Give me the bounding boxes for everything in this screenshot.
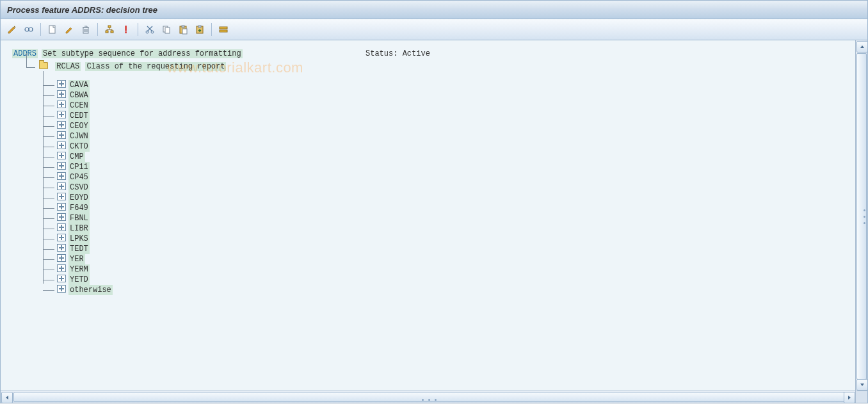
tree-node[interactable]: FBNL [43,213,846,223]
scroll-down-button[interactable] [856,379,868,391]
tree-node-label: CAVA [68,80,90,90]
tree-node-label: CCEN [68,101,90,111]
expand-node-icon[interactable] [57,285,66,293]
tree-node[interactable]: CKTO [43,141,846,152]
expand-node-icon[interactable] [57,121,66,129]
tree-node-label: CEDT [68,111,90,121]
feature-status: Status: Active [366,49,430,58]
hierarchy-button[interactable] [102,22,117,37]
tree-node[interactable]: CSVD [43,182,846,193]
display-button[interactable] [21,22,36,37]
horizontal-scrollbar[interactable] [1,391,856,403]
expand-node-icon[interactable] [57,254,66,262]
svg-rect-7 [125,26,127,31]
expand-node-icon[interactable] [57,162,66,170]
svg-rect-18 [220,27,227,29]
expand-node-icon[interactable] [57,101,66,108]
expand-node-icon[interactable] [57,141,66,149]
tree-node-label: CBWA [68,90,90,101]
tree-node[interactable]: CJWN [43,131,846,141]
drag-handle-icon [864,207,866,226]
svg-rect-19 [220,30,227,32]
window-title: Process feature ADDRS: decision tree [7,5,157,15]
folder-open-icon [39,62,48,69]
tree-node-rclas[interactable]: RCLAS Class of the requesting report [26,62,846,71]
tree-node[interactable]: CEDT [43,111,846,121]
decision-tree: RCLAS Class of the requesting report CAV… [12,62,846,295]
tree-node-label: otherwise [68,285,113,295]
tree-node[interactable]: YER [43,254,846,264]
expand-node-icon[interactable] [57,203,66,211]
expand-node-icon[interactable] [57,213,66,221]
tree-node[interactable]: CAVA [43,80,846,90]
tree-node[interactable]: CCEN [43,101,846,111]
svg-rect-17 [198,26,201,28]
expand-node-icon[interactable] [57,90,66,98]
tree-node[interactable]: YERM [43,264,846,275]
expand-node-icon[interactable] [57,234,66,241]
vertical-scroll-track[interactable] [856,53,867,378]
main-content-area: www.tutorialkart.com ADDRS Set subtype s… [0,40,868,403]
expand-node-icon[interactable] [57,275,66,282]
expand-node-icon[interactable] [57,193,66,200]
expand-node-icon[interactable] [57,223,66,231]
tree-node-label: CSVD [68,182,90,193]
tree-node[interactable]: YETD [43,275,846,285]
tree-node-label: F649 [68,203,90,213]
delete-button[interactable] [78,22,93,37]
create-button[interactable] [45,22,60,37]
expand-node-icon[interactable] [57,111,66,118]
horizontal-scroll-thumb[interactable] [13,392,844,402]
vertical-scrollbar[interactable] [855,40,867,391]
tree-node[interactable]: CP45 [43,172,846,182]
expand-node-icon[interactable] [57,182,66,190]
expand-node-icon[interactable] [57,264,66,272]
tree-node[interactable]: F649 [43,203,846,213]
drag-handle-icon [419,399,438,401]
tree-node-label: EOYD [68,193,90,203]
tree-node[interactable]: LIBR [43,223,846,234]
rclas-description: Class of the requesting report [85,62,226,71]
feature-header-row: ADDRS Set subtype sequence for address f… [12,49,846,58]
window-title-bar: Process feature ADDRS: decision tree [0,0,868,19]
tree-node[interactable]: otherwise [43,285,846,295]
change-button[interactable] [61,22,77,37]
tree-node[interactable]: CEOY [43,121,846,131]
expand-node-icon[interactable] [57,131,66,139]
tree-node-label: CMP [68,152,85,162]
tree-node-label: CP11 [68,162,90,172]
feature-code[interactable]: ADDRS [12,49,38,58]
tree-node[interactable]: CBWA [43,90,846,101]
tree-node-label: YER [68,254,85,264]
tree-node[interactable]: CP11 [43,162,846,172]
expand-node-icon[interactable] [57,152,66,159]
scroll-up-button[interactable] [856,41,868,53]
svg-rect-15 [182,29,187,34]
expand-node-icon[interactable] [57,80,66,88]
expand-node-icon[interactable] [57,244,66,252]
collapse-all-button[interactable] [216,22,231,37]
svg-rect-2 [49,26,55,33]
tree-node-label: TEDT [68,244,90,254]
paste-button[interactable] [175,22,191,37]
horizontal-scroll-track[interactable] [13,391,843,403]
vertical-scroll-thumb[interactable] [856,53,867,380]
scroll-right-button[interactable] [844,392,855,403]
application-toolbar [0,19,868,40]
svg-rect-5 [106,31,108,33]
copy-button[interactable] [159,22,174,37]
cut-button[interactable] [142,22,157,37]
toolbar-separator [40,23,41,36]
scroll-left-button[interactable] [1,392,13,403]
tree-node-label: CJWN [68,131,90,141]
paste-below-button[interactable] [192,22,207,37]
svg-rect-14 [182,26,184,28]
tree-node-label: CKTO [68,141,90,152]
tree-node[interactable]: TEDT [43,244,846,254]
change-display-toggle-button[interactable] [4,22,20,37]
tree-node[interactable]: EOYD [43,193,846,203]
tree-node[interactable]: LPKS [43,234,846,244]
check-errors-button[interactable] [118,22,134,37]
tree-node[interactable]: CMP [43,152,846,162]
expand-node-icon[interactable] [57,172,66,180]
